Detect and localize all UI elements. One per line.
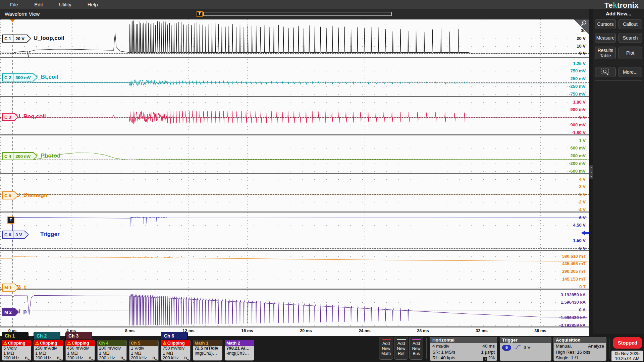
- trace-ch6: [0, 217, 587, 248]
- badge-header: Ch 5: [129, 340, 158, 346]
- add-new-math-button[interactable]: AddNewMath: [379, 337, 393, 360]
- splitter-handle[interactable]: •••: [589, 165, 593, 179]
- scale-label: 4.50 V: [552, 223, 586, 228]
- run-stop-button[interactable]: Stopped: [613, 337, 642, 349]
- badge-rows: 5 V/div1 MΩ200 kHzBw: [2, 346, 31, 361]
- scale-label: 580.610 mT: [552, 254, 586, 259]
- channel-settings-badge[interactable]: Math 172.5 mT/divIntg(Ch2)…: [193, 340, 222, 361]
- badge-row-impedance: Intg(Ch2)…: [195, 351, 221, 356]
- scale-label: 0 V: [552, 246, 586, 251]
- warning-icon: ⚠: [163, 341, 167, 346]
- sidebar-button-callout[interactable]: Callout: [619, 19, 642, 29]
- minimap-view-bracket[interactable]: [203, 12, 392, 16]
- channel-settings-badge[interactable]: ⚠Clipping250 mV/div1 MΩ200 kHzBw: [34, 340, 63, 361]
- time-axis-label: 24 ms: [359, 328, 370, 333]
- channel-settings-badge[interactable]: Ch 4200 mV/div1 MΩ200 kHzBw: [97, 340, 127, 361]
- channel-tab-ch3[interactable]: Ch 3: [65, 332, 92, 340]
- badge-row-impedance: 1 MΩ: [67, 351, 93, 356]
- bandwidth-limit-icon: Bw: [57, 356, 61, 361]
- horizontal-recordlength: RL: 40 kpts: [432, 355, 455, 361]
- horizontal-samplerate: SR: 1 MS/s: [432, 349, 455, 355]
- scale-label: 1.50 V: [552, 238, 586, 243]
- scale-label: -200 mV: [552, 161, 586, 166]
- menu-utility[interactable]: Utility: [59, 2, 71, 7]
- sidebar-button-cursors[interactable]: Cursors: [595, 19, 616, 29]
- menu-file[interactable]: File: [10, 2, 18, 7]
- sidebar-button-measure[interactable]: Measure: [595, 33, 616, 43]
- channel-badge-ch2[interactable]: C 2300 mV: [2, 73, 38, 81]
- badge-rows: 250 mV/div1 MΩ200 kHzBw: [34, 346, 63, 361]
- scale-label: 0 V: [552, 192, 586, 197]
- clipping-header: ⚠Clipping: [161, 340, 190, 346]
- channel-name-ch3: U_Rog,coil: [16, 113, 46, 120]
- channel-scale-label: 3 V: [13, 232, 23, 237]
- badge-row-scale: 450 mV/div: [67, 346, 93, 351]
- time-axis-label: 16 ms: [241, 328, 253, 333]
- channel-badge-ch6[interactable]: C 63 V: [2, 231, 29, 239]
- minimap-trigger-icon[interactable]: T: [197, 11, 203, 17]
- channel-scale-label: 300 mV: [13, 75, 32, 80]
- channel-id-label: C 2: [3, 74, 13, 81]
- scale-label: -900 mV: [552, 122, 586, 127]
- channel-badge-inner: C 5: [3, 192, 18, 199]
- channel-id-label: M 2: [3, 309, 13, 315]
- channel-settings-badge[interactable]: Ch 51 V/div1 MΩ200 kHzBw: [129, 340, 159, 361]
- scale-label: -750 mV: [552, 92, 586, 97]
- badge-header: Math 1: [193, 340, 222, 346]
- badge-row-impedance: 1 MΩ: [163, 351, 189, 356]
- sidebar-button-search[interactable]: Search: [619, 33, 642, 43]
- sidebar-button-results-table[interactable]: Results Table: [595, 47, 616, 59]
- scale-label: 1.25 V: [552, 61, 586, 66]
- channel-badge-inner: C 3: [3, 114, 18, 120]
- sidebar: Add New... CursorsCalloutMeasureSearchRe…: [593, 9, 644, 334]
- badge-rows: 798.21 A/…-Intg(Ch3…: [225, 346, 254, 356]
- channel-name-ch4: U_Photod: [34, 153, 60, 159]
- channel-tab-ch2[interactable]: Ch 2: [34, 332, 60, 340]
- trigger-level-arrow[interactable]: [581, 230, 589, 237]
- acquisition-single: Single: 1 /1: [556, 355, 604, 361]
- channel-settings-badge[interactable]: ⚠Clipping750 mV/div1 MΩ200 kHzBw: [161, 340, 191, 361]
- badge-rows: 200 mV/div1 MΩ200 kHzBw: [98, 346, 126, 361]
- channel-settings-badge[interactable]: ⚠Clipping5 V/div1 MΩ200 kHzBw: [2, 340, 31, 361]
- channel-badge-ch1[interactable]: C 120 V: [2, 35, 31, 43]
- sidebar-button-more[interactable]: More...: [619, 67, 642, 77]
- trigger-source-marker[interactable]: T: [7, 217, 14, 224]
- channel-badge-ch4[interactable]: C 4200 mV: [2, 152, 38, 160]
- badge-rows: 1 V/div1 MΩ200 kHzBw: [129, 346, 158, 361]
- channel-name-ch2: U_Bt,coil: [34, 74, 58, 80]
- view-title: Waveform View: [5, 11, 40, 17]
- bandwidth-limit-icon: Bw: [184, 356, 189, 361]
- sidebar-button-plot[interactable]: Plot: [619, 47, 642, 59]
- badge-row-impedance: 1 MΩ: [131, 351, 157, 356]
- badge-header: Ch 4: [98, 340, 126, 346]
- channel-tab-ch6[interactable]: Ch 6: [161, 332, 188, 340]
- channel-settings-badge[interactable]: Math 2798.21 A/…-Intg(Ch3…: [225, 340, 254, 361]
- channel-badge-inner: M 2: [3, 309, 18, 315]
- sidebar-title: Add New...: [593, 11, 644, 16]
- badge-row-scale: 798.21 A/…: [226, 346, 253, 351]
- menu-edit[interactable]: Edit: [34, 2, 43, 7]
- zoom-select-button[interactable]: [595, 67, 616, 77]
- scale-label: 0 V: [552, 51, 586, 56]
- add-new-bus-button[interactable]: AddNewBus: [409, 337, 423, 360]
- trigger-panel[interactable]: Trigger 6 3 V: [500, 337, 551, 361]
- scale-label: 145.153 mT: [552, 277, 586, 282]
- waveform-traces: [0, 19, 589, 327]
- scale-label: -4 V: [552, 207, 586, 212]
- trace-ch5: [0, 194, 587, 194]
- horizontal-panel[interactable]: Horizontal 4 ms/div40 ms SR: 1 MS/s1 µs/…: [430, 337, 497, 361]
- badge-row-bandwidth: 200 kHzBw: [99, 356, 125, 361]
- trigger-position-marker[interactable]: [10, 19, 15, 22]
- menu-help[interactable]: Help: [88, 2, 98, 7]
- badge-row-bandwidth: 200 kHzBw: [163, 356, 189, 361]
- channel-settings-badge[interactable]: ⚠Clipping450 mV/div1 MΩ200 kHzBw: [65, 340, 95, 361]
- scale-label: 4 V: [552, 177, 586, 182]
- channel-tab-ch1[interactable]: Ch 1: [2, 332, 29, 340]
- channel-badge-inner: C 4200 mV: [3, 153, 37, 160]
- trace-ch3: [0, 111, 587, 124]
- badge-header: Math 2: [225, 340, 254, 346]
- button-line: New: [394, 346, 408, 351]
- waveform-graticule[interactable]: 3020 V10 V0 VC 120 VU_loop,coil1.25 V750…: [0, 19, 589, 327]
- add-new-ref-button[interactable]: AddNewRef: [394, 337, 408, 360]
- acquisition-panel[interactable]: Acquisition Manual,Analyze High Res: 16 …: [553, 337, 606, 361]
